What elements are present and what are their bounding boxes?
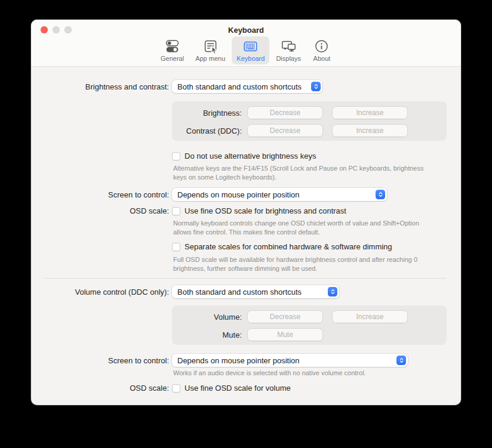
brightness-shortcuts-row: Brightness and contrast: Both standard a… (31, 80, 461, 93)
keyboard-pane: Brightness and contrast: Both standard a… (31, 67, 461, 405)
osd-scale-label: OSD scale: (31, 206, 172, 215)
volume-shortcuts-value: Both standard and custom shortcuts (177, 288, 328, 296)
tab-app-menu-label: App menu (195, 55, 225, 62)
tab-displays-label: Displays (276, 55, 301, 62)
volume-screen-to-control-label: Screen to control: (31, 356, 172, 365)
brightness-label: Brightness: (172, 109, 242, 118)
volume-shortcuts-label: Volume control (DDC only): (31, 288, 172, 296)
fine-volume-osd-checkbox[interactable] (172, 384, 180, 393)
volume-screen-to-control-row: Screen to control: Depends on mouse poin… (31, 354, 461, 367)
fine-volume-osd-checkbox-label: Use fine OSD scale for volume (184, 384, 291, 393)
volume-decrease-button[interactable]: Decrease (248, 311, 322, 323)
alt-keys-row: Do not use alternative brightness keys (31, 152, 461, 160)
screen-to-control-value: Depends on mouse pointer position (177, 190, 376, 199)
osd-scale-row: OSD scale: Use fine OSD scale for bright… (31, 206, 461, 215)
separate-scales-checkbox-label: Separate scales for combined hardware & … (184, 242, 392, 251)
tab-app-menu[interactable]: App menu (190, 36, 230, 64)
volume-shortcuts-row: Volume control (DDC only): Both standard… (31, 285, 461, 298)
toolbar: General App menu (31, 36, 461, 64)
fine-osd-checkbox[interactable] (172, 207, 180, 215)
contrast-buttons-row: Contrast (DDC): Decrease Increase (172, 125, 447, 137)
contrast-decrease-button[interactable]: Decrease (248, 125, 322, 137)
preferences-window: Keyboard General App (31, 20, 461, 405)
toggles-icon (164, 38, 180, 54)
contrast-increase-button[interactable]: Increase (333, 125, 407, 137)
close-button[interactable] (41, 26, 48, 33)
keyboard-icon (242, 38, 259, 54)
popup-chevrons-icon (376, 190, 385, 199)
desktop: { "colors": { "accent": "#3478f6", "clos… (0, 0, 492, 448)
popup-chevrons-icon (328, 287, 337, 296)
volume-mute-groupbox: Volume: Decrease Increase Mute: Mute (172, 305, 447, 345)
alt-keys-checkbox-label: Do not use alternative brightness keys (184, 152, 316, 160)
tab-general-label: General (161, 55, 184, 62)
brightness-buttons-row: Brightness: Decrease Increase (172, 107, 447, 119)
titlebar-toolbar: Keyboard General App (31, 20, 461, 67)
tab-about-label: About (313, 55, 331, 62)
volume-screen-help-text: Works if an audio device is selected wit… (173, 369, 439, 378)
volume-buttons-row: Volume: Decrease Increase (172, 311, 447, 323)
info-icon (313, 38, 330, 54)
screen-to-control-popup[interactable]: Depends on mouse pointer position (172, 188, 387, 201)
volume-increase-button[interactable]: Increase (333, 311, 407, 323)
zoom-button (64, 26, 72, 33)
brightness-increase-button[interactable]: Increase (333, 107, 407, 119)
fine-osd-checkbox-label: Use fine OSD scale for brightness and co… (184, 206, 346, 215)
brightness-contrast-groupbox: Brightness: Decrease Increase Contrast (… (172, 101, 447, 141)
volume-label: Volume: (172, 313, 242, 322)
tab-keyboard[interactable]: Keyboard (232, 36, 269, 64)
tab-keyboard-label: Keyboard (236, 55, 265, 62)
volume-screen-to-control-value: Depends on mouse pointer position (177, 356, 396, 365)
volume-shortcuts-popup[interactable]: Both standard and custom shortcuts (172, 285, 339, 298)
minimize-button (53, 26, 60, 33)
mute-button[interactable]: Mute (248, 329, 322, 341)
alt-keys-help-text: Alternative keys are the F14/F15 (Scroll… (173, 164, 439, 181)
separate-scales-help-text: Full OSD scale will be available for har… (173, 255, 439, 273)
brightness-shortcuts-label: Brightness and contrast: (31, 82, 172, 91)
separate-scales-row: Separate scales for combined hardware & … (31, 242, 461, 251)
displays-icon (281, 38, 297, 54)
volume-screen-to-control-popup[interactable]: Depends on mouse pointer position (172, 354, 408, 367)
separate-scales-checkbox[interactable] (172, 243, 180, 251)
window-title: Keyboard (31, 20, 461, 35)
traffic-lights (41, 26, 72, 33)
screen-to-control-row: Screen to control: Depends on mouse poin… (31, 188, 461, 201)
popup-chevrons-icon (311, 82, 321, 91)
contrast-label: Contrast (DDC): (172, 126, 242, 135)
tab-displays[interactable]: Displays (271, 36, 306, 64)
tab-about[interactable]: About (308, 36, 336, 64)
popup-chevrons-icon (396, 356, 406, 365)
volume-osd-scale-label: OSD scale: (31, 384, 172, 393)
alt-keys-checkbox[interactable] (172, 152, 180, 160)
menu-cursor-icon (202, 38, 219, 54)
brightness-shortcuts-value: Both standard and custom shortcuts (177, 82, 311, 91)
brightness-decrease-button[interactable]: Decrease (248, 107, 322, 119)
mute-button-row: Mute: Mute (172, 329, 447, 341)
section-divider (43, 278, 447, 279)
screen-to-control-label: Screen to control: (31, 190, 172, 199)
brightness-shortcuts-popup[interactable]: Both standard and custom shortcuts (172, 80, 322, 93)
mute-label: Mute: (172, 330, 242, 339)
volume-osd-scale-row: OSD scale: Use fine OSD scale for volume (31, 384, 461, 393)
tab-general[interactable]: General (156, 36, 189, 64)
fine-osd-help-text: Normally keyboard controls change one OS… (173, 219, 439, 236)
